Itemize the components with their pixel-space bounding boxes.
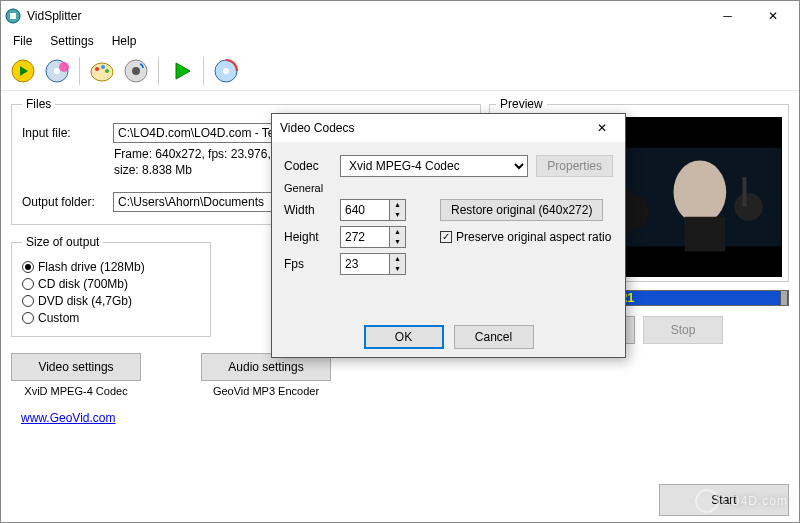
stop-button: Stop (643, 316, 723, 344)
toolbar-separator (79, 57, 80, 85)
video-settings-button[interactable]: Video settings (11, 353, 141, 381)
geovid-link[interactable]: www.GeoVid.com (21, 411, 481, 425)
dialog-close-button[interactable]: ✕ (587, 121, 617, 135)
radio-dvd[interactable]: DVD disk (4,7Gb) (22, 294, 200, 308)
radio-icon (22, 312, 34, 324)
svg-point-9 (101, 65, 105, 69)
radio-icon (22, 261, 34, 273)
menu-settings[interactable]: Settings (44, 32, 99, 50)
codec-label: Codec (284, 159, 332, 173)
svg-point-6 (59, 62, 69, 72)
width-label: Width (284, 203, 332, 217)
input-file-label: Input file: (22, 126, 107, 140)
fps-label: Fps (284, 257, 332, 271)
svg-point-12 (132, 67, 140, 75)
window-title: VidSplitter (27, 9, 705, 23)
radio-icon (22, 278, 34, 290)
fps-spinner[interactable]: ▲▼ (340, 253, 406, 275)
window-controls: ─ ✕ (705, 2, 795, 30)
size-group: Size of output Flash drive (128Mb) CD di… (11, 235, 211, 337)
radio-cd[interactable]: CD disk (700Mb) (22, 277, 200, 291)
toolbar (1, 51, 799, 91)
preview-legend: Preview (496, 97, 547, 111)
preserve-aspect-checkbox[interactable]: ✓ Preserve original aspect ratio (440, 230, 611, 244)
toolbar-separator (203, 57, 204, 85)
files-legend: Files (22, 97, 55, 111)
titlebar: VidSplitter ─ ✕ (1, 1, 799, 31)
menu-file[interactable]: File (7, 32, 38, 50)
svg-point-8 (95, 67, 99, 71)
spin-down-icon[interactable]: ▼ (390, 237, 405, 247)
video-codec-caption: XviD MPEG-4 Codec (11, 385, 141, 397)
globe-icon (695, 489, 719, 513)
app-icon (5, 8, 21, 24)
video-codecs-dialog: Video Codecs ✕ Codec Xvid MPEG-4 Codec P… (271, 113, 626, 358)
menu-help[interactable]: Help (106, 32, 143, 50)
run-icon[interactable] (167, 57, 195, 85)
palette-icon[interactable] (88, 57, 116, 85)
dialog-body: Codec Xvid MPEG-4 Codec Properties Gener… (272, 142, 625, 317)
svg-marker-13 (176, 63, 190, 79)
svg-point-5 (54, 68, 60, 74)
height-spinner[interactable]: ▲▼ (340, 226, 406, 248)
svg-point-22 (734, 193, 762, 221)
audio-codec-caption: GeoVid MP3 Encoder (201, 385, 331, 397)
svg-rect-23 (742, 177, 746, 207)
height-label: Height (284, 230, 332, 244)
restore-original-button[interactable]: Restore original (640x272) (440, 199, 603, 221)
spin-up-icon[interactable]: ▲ (390, 227, 405, 237)
close-button[interactable]: ✕ (750, 2, 795, 30)
cd-media-icon[interactable] (43, 57, 71, 85)
spin-down-icon[interactable]: ▼ (390, 264, 405, 274)
ok-button[interactable]: OK (364, 325, 444, 349)
watermark: LO4D.com (695, 489, 788, 513)
properties-button: Properties (536, 155, 613, 177)
dialog-title: Video Codecs (280, 121, 587, 135)
svg-rect-1 (10, 13, 16, 19)
toolbar-separator (158, 57, 159, 85)
radio-custom[interactable]: Custom (22, 311, 200, 325)
svg-point-10 (105, 69, 109, 73)
play-media-icon[interactable] (9, 57, 37, 85)
dialog-titlebar: Video Codecs ✕ (272, 114, 625, 142)
audio-icon[interactable] (122, 57, 150, 85)
spin-up-icon[interactable]: ▲ (390, 200, 405, 210)
disc-icon[interactable] (212, 57, 240, 85)
checkbox-icon: ✓ (440, 231, 452, 243)
svg-point-19 (673, 160, 726, 223)
codec-select[interactable]: Xvid MPEG-4 Codec (340, 155, 528, 177)
svg-rect-20 (685, 217, 726, 252)
spin-up-icon[interactable]: ▲ (390, 254, 405, 264)
fps-input[interactable] (340, 253, 390, 275)
radio-icon (22, 295, 34, 307)
radio-flash[interactable]: Flash drive (128Mb) (22, 260, 200, 274)
height-input[interactable] (340, 226, 390, 248)
width-input[interactable] (340, 199, 390, 221)
timeline-handle-right[interactable] (780, 291, 788, 305)
general-heading: General (284, 182, 613, 194)
width-spinner[interactable]: ▲▼ (340, 199, 406, 221)
spin-down-icon[interactable]: ▼ (390, 210, 405, 220)
size-legend: Size of output (22, 235, 103, 249)
output-folder-label: Output folder: (22, 195, 107, 209)
svg-point-15 (223, 68, 229, 74)
cancel-button[interactable]: Cancel (454, 325, 534, 349)
minimize-button[interactable]: ─ (705, 2, 750, 30)
menubar: File Settings Help (1, 31, 799, 51)
dialog-buttons: OK Cancel (272, 317, 625, 357)
